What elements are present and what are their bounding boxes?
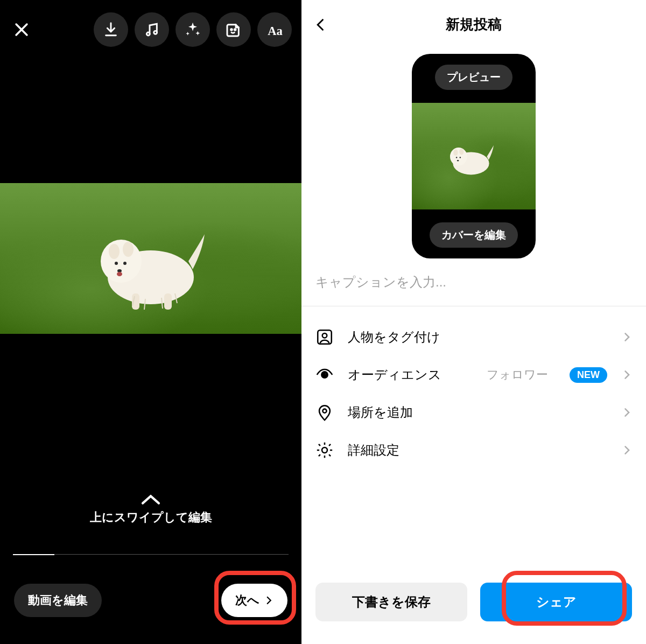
svg-point-26 [322,409,326,413]
music-button[interactable] [135,12,169,47]
svg-text:Aa: Aa [268,24,283,38]
text-button[interactable]: Aa [257,12,292,47]
svg-point-1 [154,31,157,34]
download-button[interactable] [94,12,128,47]
chevron-right-icon [621,445,632,456]
svg-point-8 [123,242,134,257]
svg-point-25 [325,373,326,375]
close-icon [12,20,31,39]
page-title: 新規投稿 [446,15,502,34]
svg-point-12 [117,272,122,276]
advanced-settings-row[interactable]: 詳細設定 [301,431,646,469]
svg-point-27 [322,447,327,453]
eye-icon [315,366,334,384]
chevron-right-icon [621,407,632,418]
svg-point-23 [322,333,327,338]
new-post-topbar: 新規投稿 [301,0,646,48]
svg-rect-14 [164,293,172,310]
tag-people-label: 人物をタグ付け [348,328,607,346]
location-icon [315,403,334,422]
preview-pill[interactable]: プレビュー [435,65,512,90]
text-icon: Aa [265,20,284,39]
sticker-icon [225,21,242,38]
chevron-right-icon [621,332,632,342]
svg-point-6 [101,240,142,283]
post-preview-card: プレビュー カバーを編集 [412,54,536,258]
audience-row[interactable]: オーディエンス フォロワー NEW [301,356,646,394]
svg-point-16 [450,148,467,166]
effects-button[interactable] [175,12,210,47]
svg-point-18 [459,149,464,155]
chevron-up-icon [140,493,162,506]
new-post-bottom-bar: 下書きを保存 シェア [301,583,646,621]
share-button[interactable]: シェア [480,583,632,621]
chevron-right-icon [264,596,273,605]
add-location-row[interactable]: 場所を追加 [301,394,646,431]
advanced-settings-label: 詳細設定 [348,442,607,459]
photo-dog-in-grass-small [412,103,536,209]
next-label: 次へ [235,592,259,608]
editor-toolbar: Aa [0,0,301,59]
svg-point-19 [456,157,458,158]
save-draft-label: 下書きを保存 [352,593,431,611]
next-button[interactable]: 次へ [221,584,287,617]
svg-point-21 [457,160,459,162]
download-icon [102,21,120,38]
new-badge: NEW [570,367,607,383]
sparkle-icon [184,21,201,38]
edit-cover-label: カバーを編集 [441,229,506,241]
close-button[interactable] [10,18,33,41]
add-location-label: 場所を追加 [348,404,607,421]
audience-label: オーディエンス [348,366,473,383]
tag-people-row[interactable]: 人物をタグ付け [301,318,646,356]
edit-video-button[interactable]: 動画を編集 [14,584,102,617]
svg-point-20 [460,157,461,158]
person-tag-icon [315,328,334,346]
post-options-list: 人物をタグ付け オーディエンス フォロワー NEW 場所を追加 詳細設定 [301,318,646,469]
svg-point-10 [123,262,127,265]
back-button[interactable] [309,13,333,37]
svg-point-7 [109,244,120,259]
gear-icon [315,441,334,459]
editor-bottom-bar: 動画を編集 次へ [0,584,301,617]
caption-input[interactable]: キャプションを入力... [301,258,646,306]
audience-value: フォロワー [487,367,548,383]
music-icon [143,21,160,38]
edit-video-label: 動画を編集 [28,592,88,608]
video-progress[interactable] [13,554,289,555]
chevron-right-icon [621,369,632,380]
post-thumbnail[interactable] [412,103,536,209]
swipe-up-hint: 上にスワイプして編集 [0,493,301,526]
preview-pill-label: プレビュー [447,71,501,83]
edit-cover-pill[interactable]: カバーを編集 [430,222,518,248]
sticker-button[interactable] [216,12,251,47]
svg-point-0 [146,32,150,36]
svg-point-9 [115,262,118,265]
svg-point-2 [231,29,233,31]
chevron-left-icon [313,17,328,32]
caption-placeholder: キャプションを入力... [315,275,446,289]
share-label: シェア [536,593,577,611]
editor-screen: Aa [0,0,301,644]
svg-point-3 [234,29,236,31]
svg-rect-22 [318,330,332,344]
save-draft-button[interactable]: 下書きを保存 [315,583,467,621]
svg-point-17 [453,149,458,156]
media-preview[interactable] [0,183,301,334]
photo-dog-in-grass [0,183,301,334]
swipe-up-label: 上にスワイプして編集 [90,510,212,524]
new-post-screen: 新規投稿 プレビュー [301,0,646,644]
